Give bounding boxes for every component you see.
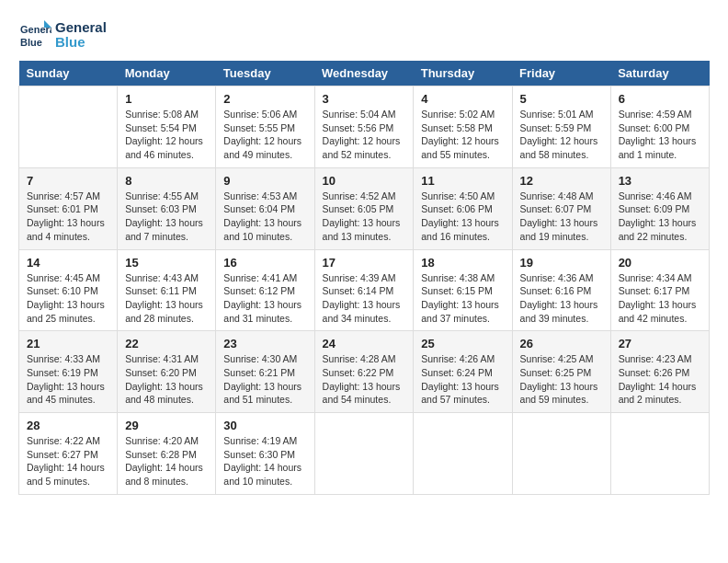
col-header-friday: Friday [512, 61, 610, 86]
calendar-cell: 20Sunrise: 4:34 AM Sunset: 6:17 PM Dayli… [610, 249, 709, 331]
day-info: Sunrise: 4:53 AM Sunset: 6:04 PM Dayligh… [223, 190, 306, 244]
week-row-3: 14Sunrise: 4:45 AM Sunset: 6:10 PM Dayli… [19, 249, 710, 331]
calendar-cell [610, 413, 709, 495]
day-info: Sunrise: 4:38 AM Sunset: 6:15 PM Dayligh… [421, 271, 504, 326]
day-info: Sunrise: 4:59 AM Sunset: 6:00 PM Dayligh… [619, 108, 701, 162]
day-number: 8 [125, 174, 208, 188]
day-info: Sunrise: 4:30 AM Sunset: 6:21 PM Dayligh… [223, 352, 306, 407]
day-info: Sunrise: 4:45 AM Sunset: 6:10 PM Dayligh… [27, 271, 109, 326]
calendar-cell: 16Sunrise: 4:41 AM Sunset: 6:12 PM Dayli… [216, 249, 314, 331]
calendar-cell [512, 413, 610, 495]
calendar-cell: 1Sunrise: 5:08 AM Sunset: 5:54 PM Daylig… [118, 86, 216, 168]
logo-svg: General Blue [18, 18, 51, 52]
page-header: General Blue General Blue [18, 18, 710, 52]
day-info: Sunrise: 4:23 AM Sunset: 6:26 PM Dayligh… [619, 352, 701, 407]
calendar-cell: 11Sunrise: 4:50 AM Sunset: 6:06 PM Dayli… [414, 167, 512, 249]
day-info: Sunrise: 4:34 AM Sunset: 6:17 PM Dayligh… [619, 271, 701, 326]
day-info: Sunrise: 4:36 AM Sunset: 6:16 PM Dayligh… [520, 271, 603, 326]
calendar-cell: 3Sunrise: 5:04 AM Sunset: 5:56 PM Daylig… [314, 86, 414, 168]
day-info: Sunrise: 4:43 AM Sunset: 6:11 PM Dayligh… [125, 271, 208, 326]
week-row-2: 7Sunrise: 4:57 AM Sunset: 6:01 PM Daylig… [19, 167, 710, 249]
day-number: 7 [27, 174, 109, 188]
calendar-cell: 30Sunrise: 4:19 AM Sunset: 6:30 PM Dayli… [216, 413, 314, 495]
day-number: 20 [619, 256, 701, 270]
day-info: Sunrise: 4:22 AM Sunset: 6:27 PM Dayligh… [27, 434, 109, 488]
day-number: 21 [27, 337, 109, 350]
day-number: 1 [125, 92, 208, 106]
col-header-monday: Monday [118, 61, 216, 86]
calendar-cell: 17Sunrise: 4:39 AM Sunset: 6:14 PM Dayli… [314, 249, 414, 331]
day-info: Sunrise: 5:06 AM Sunset: 5:55 PM Dayligh… [223, 108, 306, 162]
week-row-1: 1Sunrise: 5:08 AM Sunset: 5:54 PM Daylig… [19, 86, 710, 168]
day-number: 10 [323, 174, 406, 188]
calendar-cell: 22Sunrise: 4:31 AM Sunset: 6:20 PM Dayli… [118, 331, 216, 413]
day-number: 14 [27, 256, 109, 270]
day-number: 23 [223, 337, 306, 350]
day-number: 30 [223, 419, 306, 432]
day-number: 11 [421, 174, 504, 188]
day-info: Sunrise: 4:25 AM Sunset: 6:25 PM Dayligh… [520, 352, 603, 407]
calendar-cell: 5Sunrise: 5:01 AM Sunset: 5:59 PM Daylig… [512, 86, 610, 168]
col-header-sunday: Sunday [19, 61, 118, 86]
day-number: 12 [520, 174, 603, 188]
day-number: 18 [421, 256, 504, 270]
calendar-cell: 24Sunrise: 4:28 AM Sunset: 6:22 PM Dayli… [314, 331, 414, 413]
day-number: 27 [619, 337, 701, 350]
day-info: Sunrise: 4:57 AM Sunset: 6:01 PM Dayligh… [27, 190, 109, 244]
calendar-cell: 21Sunrise: 4:33 AM Sunset: 6:19 PM Dayli… [19, 331, 118, 413]
calendar-cell: 23Sunrise: 4:30 AM Sunset: 6:21 PM Dayli… [216, 331, 314, 413]
day-number: 19 [520, 256, 603, 270]
calendar-cell: 10Sunrise: 4:52 AM Sunset: 6:05 PM Dayli… [314, 167, 414, 249]
calendar-cell: 6Sunrise: 4:59 AM Sunset: 6:00 PM Daylig… [610, 86, 709, 168]
day-number: 6 [619, 92, 701, 106]
calendar-cell [414, 413, 512, 495]
logo: General Blue General Blue [18, 18, 107, 52]
day-info: Sunrise: 4:48 AM Sunset: 6:07 PM Dayligh… [520, 190, 603, 244]
day-info: Sunrise: 4:33 AM Sunset: 6:19 PM Dayligh… [27, 352, 109, 407]
col-header-wednesday: Wednesday [314, 61, 414, 86]
day-number: 24 [323, 337, 406, 350]
calendar-cell: 15Sunrise: 4:43 AM Sunset: 6:11 PM Dayli… [118, 249, 216, 331]
calendar-cell: 7Sunrise: 4:57 AM Sunset: 6:01 PM Daylig… [19, 167, 118, 249]
day-number: 4 [421, 92, 504, 106]
week-row-4: 21Sunrise: 4:33 AM Sunset: 6:19 PM Dayli… [19, 331, 710, 413]
day-info: Sunrise: 5:01 AM Sunset: 5:59 PM Dayligh… [520, 108, 603, 162]
day-number: 5 [520, 92, 603, 106]
day-number: 16 [223, 256, 306, 270]
calendar-table: SundayMondayTuesdayWednesdayThursdayFrid… [18, 61, 710, 495]
calendar-cell: 27Sunrise: 4:23 AM Sunset: 6:26 PM Dayli… [610, 331, 709, 413]
day-info: Sunrise: 4:28 AM Sunset: 6:22 PM Dayligh… [323, 352, 406, 407]
day-number: 9 [223, 174, 306, 188]
day-info: Sunrise: 4:50 AM Sunset: 6:06 PM Dayligh… [421, 190, 504, 244]
calendar-cell [314, 413, 414, 495]
day-info: Sunrise: 4:46 AM Sunset: 6:09 PM Dayligh… [619, 190, 701, 244]
day-number: 22 [125, 337, 208, 350]
calendar-cell: 14Sunrise: 4:45 AM Sunset: 6:10 PM Dayli… [19, 249, 118, 331]
calendar-cell: 19Sunrise: 4:36 AM Sunset: 6:16 PM Dayli… [512, 249, 610, 331]
day-info: Sunrise: 4:39 AM Sunset: 6:14 PM Dayligh… [323, 271, 406, 326]
day-number: 15 [125, 256, 208, 270]
day-info: Sunrise: 4:19 AM Sunset: 6:30 PM Dayligh… [223, 434, 306, 488]
calendar-cell: 26Sunrise: 4:25 AM Sunset: 6:25 PM Dayli… [512, 331, 610, 413]
day-number: 28 [27, 419, 109, 432]
calendar-cell: 2Sunrise: 5:06 AM Sunset: 5:55 PM Daylig… [216, 86, 314, 168]
week-row-5: 28Sunrise: 4:22 AM Sunset: 6:27 PM Dayli… [19, 413, 710, 495]
calendar-cell [19, 86, 118, 168]
calendar-cell: 18Sunrise: 4:38 AM Sunset: 6:15 PM Dayli… [414, 249, 512, 331]
day-info: Sunrise: 4:26 AM Sunset: 6:24 PM Dayligh… [421, 352, 504, 407]
calendar-cell: 28Sunrise: 4:22 AM Sunset: 6:27 PM Dayli… [19, 413, 118, 495]
col-header-tuesday: Tuesday [216, 61, 314, 86]
day-info: Sunrise: 4:55 AM Sunset: 6:03 PM Dayligh… [125, 190, 208, 244]
svg-text:Blue: Blue [20, 37, 42, 48]
day-info: Sunrise: 5:08 AM Sunset: 5:54 PM Dayligh… [125, 108, 208, 162]
calendar-cell: 29Sunrise: 4:20 AM Sunset: 6:28 PM Dayli… [118, 413, 216, 495]
col-header-saturday: Saturday [610, 61, 709, 86]
calendar-cell: 4Sunrise: 5:02 AM Sunset: 5:58 PM Daylig… [414, 86, 512, 168]
day-number: 3 [323, 92, 406, 106]
day-info: Sunrise: 5:02 AM Sunset: 5:58 PM Dayligh… [421, 108, 504, 162]
calendar-cell: 25Sunrise: 4:26 AM Sunset: 6:24 PM Dayli… [414, 331, 512, 413]
day-number: 25 [421, 337, 504, 350]
col-header-thursday: Thursday [414, 61, 512, 86]
calendar-cell: 13Sunrise: 4:46 AM Sunset: 6:09 PM Dayli… [610, 167, 709, 249]
day-info: Sunrise: 5:04 AM Sunset: 5:56 PM Dayligh… [323, 108, 406, 162]
